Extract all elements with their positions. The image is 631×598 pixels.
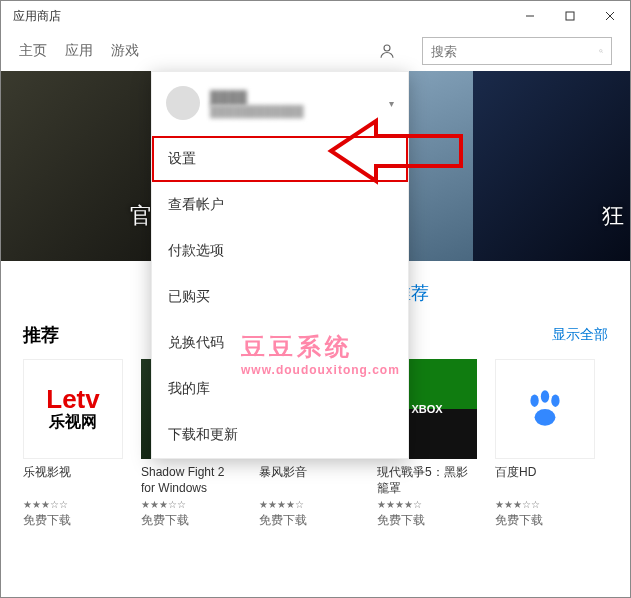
app-price: 免费下载: [495, 512, 595, 529]
app-price: 免费下载: [377, 512, 477, 529]
hero-label: 官: [130, 201, 152, 231]
avatar: [166, 86, 200, 120]
menu-purchased[interactable]: 已购买: [152, 274, 408, 320]
app-tile[interactable]: Letv乐视网 乐视影视 ★★★☆☆ 免费下载: [23, 359, 123, 529]
menu-payment[interactable]: 付款选项: [152, 228, 408, 274]
app-rating: ★★★★☆: [259, 499, 359, 510]
app-title: 百度HD: [495, 465, 595, 497]
app-title: 暴风影音: [259, 465, 359, 497]
minimize-button[interactable]: [510, 1, 550, 31]
search-icon[interactable]: [599, 44, 603, 58]
svg-rect-1: [566, 12, 574, 20]
app-rating: ★★★☆☆: [23, 499, 123, 510]
app-thumbnail: [495, 359, 595, 459]
svg-point-4: [384, 45, 390, 51]
app-rating: ★★★☆☆: [495, 499, 595, 510]
close-button[interactable]: [590, 1, 630, 31]
app-price: 免费下载: [23, 512, 123, 529]
menu-view-account[interactable]: 查看帐户: [152, 182, 408, 228]
svg-line-6: [602, 52, 603, 53]
paw-icon: [520, 384, 570, 434]
hero-tile[interactable]: 狂: [473, 71, 630, 261]
user-email: ████████████: [210, 105, 379, 117]
app-price: 免费下载: [259, 512, 359, 529]
app-rating: ★★★★☆: [377, 499, 477, 510]
app-price: 免费下载: [141, 512, 241, 529]
chevron-down-icon: ▾: [389, 98, 394, 109]
nav-home[interactable]: 主页: [19, 42, 47, 60]
app-tile[interactable]: 百度HD ★★★☆☆ 免费下载: [495, 359, 595, 529]
app-title: Shadow Fight 2 for Windows: [141, 465, 241, 497]
nav-games[interactable]: 游戏: [111, 42, 139, 60]
svg-point-10: [541, 390, 549, 403]
svg-point-5: [600, 50, 603, 53]
dropdown-user-header[interactable]: ████ ████████████ ▾: [152, 72, 408, 136]
svg-point-11: [551, 394, 559, 407]
user-name: ████: [210, 90, 379, 105]
search-box[interactable]: [422, 37, 612, 65]
nav-apps[interactable]: 应用: [65, 42, 93, 60]
menu-downloads[interactable]: 下载和更新: [152, 412, 408, 458]
menu-settings[interactable]: 设置: [152, 136, 408, 182]
menu-redeem[interactable]: 兑换代码: [152, 320, 408, 366]
hero-tile[interactable]: 官: [1, 71, 158, 261]
user-icon[interactable]: [378, 42, 396, 60]
maximize-button[interactable]: [550, 1, 590, 31]
app-thumbnail: Letv乐视网: [23, 359, 123, 459]
svg-point-9: [530, 394, 538, 407]
menu-library[interactable]: 我的库: [152, 366, 408, 412]
window-title: 应用商店: [13, 8, 510, 25]
show-all-link[interactable]: 显示全部: [552, 326, 608, 344]
app-title: 現代戰爭5：黑影籠罩: [377, 465, 477, 497]
app-rating: ★★★☆☆: [141, 499, 241, 510]
search-input[interactable]: [431, 44, 599, 59]
hero-label: 狂: [602, 201, 624, 231]
app-title: 乐视影视: [23, 465, 123, 497]
svg-point-12: [535, 409, 556, 426]
user-dropdown: ████ ████████████ ▾ 设置 查看帐户 付款选项 已购买 兑换代…: [151, 71, 409, 459]
